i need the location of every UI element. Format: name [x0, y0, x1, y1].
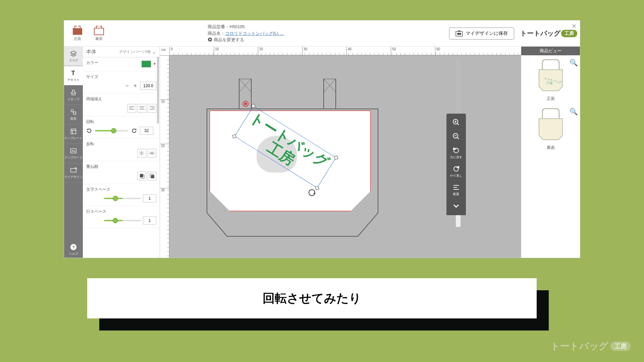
svg-rect-10 [71, 129, 76, 134]
prop-align: 両端揃え [83, 94, 160, 116]
zoom-in-button[interactable] [446, 116, 466, 130]
prop-charspace: 文字スペース [83, 184, 160, 206]
svg-rect-9 [73, 112, 76, 114]
size-minus[interactable]: − [124, 82, 130, 89]
rotate-cw-icon[interactable] [131, 128, 137, 134]
svg-rect-20 [151, 175, 154, 178]
rotate-slider[interactable] [95, 130, 128, 131]
caption-text: 回転させてみたり [87, 278, 537, 318]
charspace-input[interactable] [143, 194, 156, 202]
chevron-down-icon: ⌄ [152, 49, 156, 55]
svg-rect-22 [324, 79, 336, 109]
size-plus[interactable]: + [132, 82, 138, 89]
tool-text[interactable]: Tテキスト [64, 66, 83, 85]
titlebar: 正面 裏面 商品型番：H50105 商品名：コロリドコットンバッグ(L) … 商… [64, 20, 580, 47]
prop-layer: 重ね順 [83, 161, 160, 184]
align-tools-button[interactable]: 配置 [446, 181, 466, 199]
svg-rect-0 [73, 28, 82, 35]
svg-text:T: T [71, 69, 75, 76]
product-view-sidebar: 商品ビュー 🔍 トートバッグ工房 正面 🔍 裏面 [521, 47, 580, 258]
chevron-down-icon[interactable]: ▼ [153, 62, 156, 66]
resize-handle[interactable] [232, 134, 236, 138]
prop-color: カラー▼ [83, 57, 160, 71]
tool-template[interactable]: テンプレート [64, 124, 83, 144]
charspace-slider[interactable] [104, 198, 141, 199]
magnify-icon[interactable]: 🔍 [570, 108, 578, 116]
svg-rect-6 [457, 33, 461, 35]
change-product-link[interactable]: 商品を変更する [208, 37, 449, 43]
properties-panel: 本体 デザインパーツ2個 ⌄ カラー▼ サイズ −+ 両端揃え 回転 [83, 47, 160, 258]
resize-handle[interactable] [251, 104, 255, 108]
svg-rect-1 [94, 28, 104, 35]
redo-button[interactable]: やり直し [446, 162, 466, 181]
svg-text:?: ? [72, 244, 75, 249]
app-window: 正面 裏面 商品型番：H50105 商品名：コロリドコットンバッグ(L) … 商… [64, 20, 580, 258]
app-body: エリア Tテキスト スタンプ 図形 テンプレート アップロード マイデザイン ?… [64, 47, 580, 258]
caption: 回転させてみたり [87, 278, 537, 318]
svg-rect-17 [140, 174, 143, 177]
resize-handle[interactable] [315, 186, 319, 190]
prop-linespace: 行スペース [83, 206, 160, 228]
zoom-out-button[interactable] [446, 130, 466, 144]
svg-point-8 [71, 109, 73, 112]
tool-area[interactable]: エリア [64, 47, 83, 66]
align-center-button[interactable] [138, 104, 146, 113]
face-tab-back[interactable]: 裏面 [90, 25, 108, 41]
prop-size: サイズ −+ [83, 71, 160, 94]
save-to-mydesign-button[interactable]: マイデザインに保存 [449, 27, 514, 40]
thumbnail-front[interactable]: 🔍 トートバッグ工房 正面 [521, 55, 580, 104]
panel-header[interactable]: 本体 デザインパーツ2個 ⌄ [83, 47, 160, 57]
undo-button[interactable]: 元に戻す [446, 144, 466, 162]
tool-help[interactable]: ?ヘルプ [64, 242, 83, 258]
tool-stamp[interactable]: スタンプ [64, 85, 83, 105]
flip-vertical-button[interactable] [148, 149, 156, 158]
tool-shape[interactable]: 図形 [64, 105, 83, 124]
layer-back-button[interactable] [138, 172, 146, 180]
svg-rect-5 [458, 31, 461, 32]
canvas-toolbar: 元に戻す やり直し 配置 [446, 114, 466, 215]
product-model: H50105 [229, 24, 245, 29]
prop-rotate: 回転 [83, 116, 160, 138]
flip-horizontal-button[interactable] [138, 149, 146, 158]
face-tab-front[interactable]: 正面 [68, 25, 87, 41]
expand-toolbar-button[interactable] [446, 199, 466, 213]
linespace-input[interactable] [143, 217, 156, 225]
linespace-slider[interactable] [104, 220, 141, 221]
align-left-button[interactable] [127, 104, 136, 113]
tool-mydesign[interactable]: マイデザイン [64, 163, 83, 183]
thumbnail-back[interactable]: 🔍 裏面 [521, 104, 580, 153]
layer-front-button[interactable] [148, 172, 156, 180]
sidebar-title: 商品ビュー [521, 47, 580, 55]
size-input[interactable] [140, 82, 156, 90]
brand-logo: トートバッグ工房 [520, 29, 577, 38]
parts-count: デザインパーツ2個 [119, 49, 151, 54]
canvas: cm 0 10 20 30 40 50 60 10 20 30 [160, 47, 521, 258]
svg-rect-12 [71, 168, 76, 172]
product-name-link[interactable]: コロリドコットンバッグ(L) … [225, 31, 284, 36]
tool-upload[interactable]: アップロード [64, 144, 83, 163]
magnify-icon[interactable]: 🔍 [570, 59, 578, 67]
product-info: 商品型番：H50105 商品名：コロリドコットンバッグ(L) … 商品を変更する [208, 23, 449, 43]
ruler-vertical: 10 20 30 [160, 55, 169, 258]
save-icon [455, 31, 463, 37]
watermark-brand: トートバッグ工房 [550, 340, 631, 353]
prop-flip: 反転 [83, 138, 160, 161]
stage[interactable]: トートバッグ 工房 [169, 55, 521, 258]
panel-title: 本体 [86, 49, 96, 55]
align-right-button[interactable] [148, 104, 156, 113]
tool-column: エリア Tテキスト スタンプ 図形 テンプレート アップロード マイデザイン ?… [64, 47, 83, 258]
close-icon[interactable]: ✕ [572, 22, 577, 30]
ruler-horizontal: cm 0 10 20 30 40 50 60 [169, 47, 521, 55]
rotate-ccw-icon[interactable] [86, 128, 92, 134]
panel-scrollbar[interactable] [157, 57, 159, 124]
rotate-input[interactable] [140, 127, 153, 135]
color-swatch[interactable] [142, 61, 151, 67]
